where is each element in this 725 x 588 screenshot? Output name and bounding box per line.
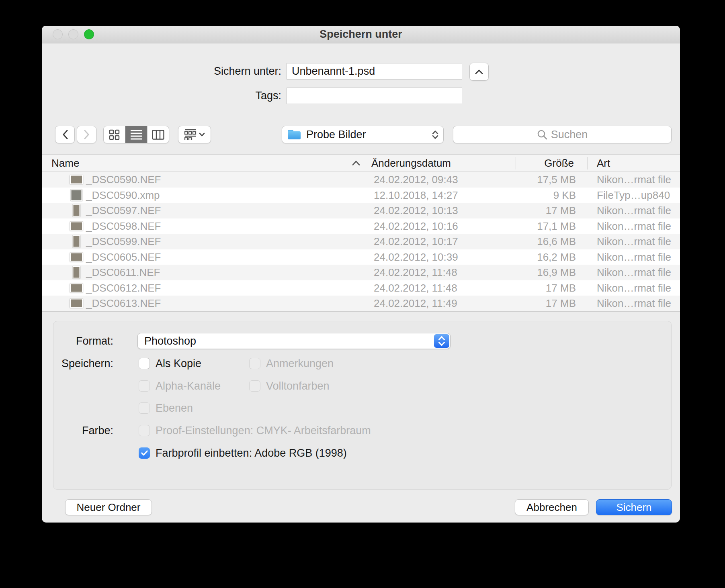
grid-view-icon: [109, 129, 120, 140]
titlebar: Speichern unter: [42, 26, 680, 43]
list-view-icon: [130, 129, 142, 140]
file-kind: Nikon…rmat file: [597, 234, 671, 249]
table-header: Name Änderungsdatum Größe Art: [42, 154, 680, 172]
file-kind: Nikon…rmat file: [597, 203, 671, 218]
sort-ascending-icon: [352, 160, 360, 166]
file-date: 24.02.2012, 10:13: [374, 203, 458, 218]
speichern-label: Speichern:: [42, 355, 113, 372]
chevron-up-icon: [475, 69, 483, 74]
file-thumbnail-icon: [73, 204, 80, 217]
chevron-down-icon: [199, 133, 205, 137]
file-name: _DSC0597.NEF: [86, 203, 161, 218]
back-button[interactable]: [55, 126, 75, 143]
file-date: 24.02.2012, 11:49: [374, 296, 457, 311]
tags-label: Tags:: [121, 88, 281, 104]
column-view-button[interactable]: [147, 126, 169, 143]
save-button[interactable]: Sichern: [596, 499, 672, 515]
file-name: _DSC0611.NEF: [86, 265, 160, 280]
column-divider: [516, 157, 516, 169]
format-select[interactable]: Photoshop: [137, 333, 451, 349]
section-divider: [42, 111, 680, 111]
file-thumbnail-icon: [70, 283, 83, 292]
checkbox-alpha-kanaele: Alpha-Kanäle: [139, 380, 221, 392]
file-row[interactable]: _DSC0597.NEF24.02.2012, 10:1317 MBNikon……: [42, 203, 680, 218]
new-folder-button[interactable]: Neuer Ordner: [65, 499, 152, 515]
group-items-icon: [184, 129, 197, 140]
file-kind: Nikon…rmat file: [597, 172, 671, 188]
file-row[interactable]: _DSC0598.NEF24.02.2012, 10:1617,1 MBNiko…: [42, 218, 680, 234]
file-size: 17,5 MB: [537, 172, 576, 188]
file-thumbnail-icon: [71, 189, 82, 201]
column-header-date[interactable]: Änderungsdatum: [371, 155, 451, 172]
window-title: Speichern unter: [42, 26, 680, 43]
checkbox-box: [249, 380, 260, 392]
file-row[interactable]: _DSC0611.NEF24.02.2012, 11:4816,9 MBNiko…: [42, 265, 680, 280]
file-thumbnail-icon: [70, 299, 83, 308]
checkbox-box: [139, 380, 150, 392]
file-thumbnail-icon: [73, 266, 80, 279]
select-arrows-icon: [432, 131, 438, 139]
checkbox-als-kopie[interactable]: Als Kopie: [139, 358, 201, 369]
column-header-size[interactable]: Größe: [544, 155, 574, 172]
file-date: 24.02.2012, 11:48: [374, 265, 457, 280]
format-label: Format:: [42, 333, 113, 349]
file-kind: Nikon…rmat file: [597, 218, 671, 234]
checkbox-volltonfarben: Volltonfarben: [249, 380, 330, 392]
format-value: Photoshop: [144, 335, 196, 347]
farbe-label: Farbe:: [42, 423, 113, 439]
file-name: _DSC0613.NEF: [86, 296, 161, 311]
checkbox-ebenen: Ebenen: [139, 402, 193, 414]
file-name: _DSC0612.NEF: [86, 280, 161, 296]
file-name: _DSC0599.NEF: [86, 234, 161, 249]
checkbox-anmerkungen: Anmerkungen: [249, 358, 334, 369]
checkbox-box: [139, 447, 150, 459]
file-date: 24.02.2012, 09:43: [374, 172, 458, 188]
file-size: 16,2 MB: [537, 249, 576, 265]
location-select[interactable]: Probe Bilder: [282, 126, 444, 143]
tags-input[interactable]: [287, 88, 462, 104]
file-date: 24.02.2012, 10:17: [374, 234, 458, 249]
location-value: Probe Bilder: [306, 129, 366, 141]
list-view-button[interactable]: [125, 126, 147, 143]
checkbox-farbprofil-einbetten[interactable]: Farbprofil einbetten: Adobe RGB (1998): [139, 447, 347, 459]
file-kind: Nikon…rmat file: [597, 280, 671, 296]
file-size: 17 MB: [546, 280, 576, 296]
group-by-button[interactable]: [178, 126, 211, 143]
file-size: 16,6 MB: [537, 234, 576, 249]
file-row[interactable]: _DSC0613.NEF24.02.2012, 11:4917 MBNikon……: [42, 296, 680, 311]
icon-view-button[interactable]: [104, 126, 125, 143]
save-dialog-window: Speichern unter Sichern unter: Tags:: [42, 26, 680, 523]
file-size: 9 KB: [553, 188, 576, 203]
column-view-icon: [152, 130, 164, 140]
filename-input[interactable]: [287, 63, 462, 80]
column-header-kind[interactable]: Art: [597, 155, 610, 172]
search-icon: [537, 129, 547, 140]
file-name: _DSC0590.NEF: [86, 172, 161, 188]
file-date: 24.02.2012, 10:16: [374, 218, 458, 234]
column-header-name[interactable]: Name: [51, 155, 79, 172]
file-row[interactable]: _DSC0612.NEF24.02.2012, 11:4817 MBNikon……: [42, 280, 680, 296]
cancel-button[interactable]: Abbrechen: [515, 499, 589, 515]
forward-button[interactable]: [77, 126, 96, 143]
file-thumbnail-icon: [70, 221, 83, 231]
file-name: _DSC0605.NEF: [86, 249, 161, 265]
file-row[interactable]: _DSC0590.xmp12.10.2018, 14:279 KBFileTyp…: [42, 188, 680, 203]
file-size: 17,1 MB: [537, 218, 576, 234]
checkbox-box: [139, 358, 150, 369]
folder-icon: [288, 130, 301, 139]
file-name: _DSC0590.xmp: [86, 188, 160, 203]
file-row[interactable]: _DSC0599.NEF24.02.2012, 10:1716,6 MBNiko…: [42, 234, 680, 249]
checkbox-box: [139, 402, 150, 414]
file-row[interactable]: _DSC0605.NEF24.02.2012, 10:3916,2 MBNiko…: [42, 249, 680, 265]
search-input[interactable]: Suchen: [453, 126, 672, 143]
file-size: 17 MB: [546, 296, 576, 311]
file-list: _DSC0590.NEF24.02.2012, 09:4317,5 MBNiko…: [42, 172, 680, 312]
search-placeholder: Suchen: [551, 129, 588, 141]
column-divider: [364, 157, 364, 169]
screen-background: Speichern unter Sichern unter: Tags:: [0, 0, 725, 588]
checkbox-proof-einstellungen: Proof-Einstellungen: CMYK- Arbeitsfarbra…: [139, 425, 371, 436]
expand-dialog-button[interactable]: [469, 63, 489, 81]
file-size: 17 MB: [546, 203, 576, 218]
file-thumbnail-icon: [70, 252, 83, 261]
file-row[interactable]: _DSC0590.NEF24.02.2012, 09:4317,5 MBNiko…: [42, 172, 680, 188]
